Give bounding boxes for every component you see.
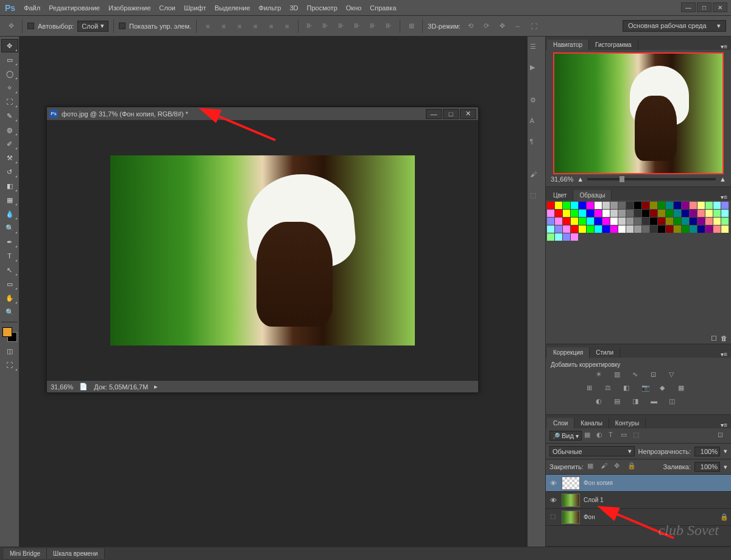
swatch[interactable] xyxy=(697,202,705,209)
swatch[interactable] xyxy=(697,210,705,217)
marquee-tool[interactable]: ▭ xyxy=(1,53,18,66)
swatch[interactable] xyxy=(697,225,705,233)
swatch[interactable] xyxy=(595,225,602,233)
brushes-icon[interactable]: 🖌 xyxy=(530,171,543,184)
swatch[interactable] xyxy=(595,210,602,217)
swatch[interactable] xyxy=(618,202,626,209)
swatch[interactable] xyxy=(674,202,681,209)
swatch[interactable] xyxy=(690,225,697,233)
swatch[interactable] xyxy=(555,225,562,233)
menu-layers[interactable]: Слои xyxy=(159,4,175,12)
swatch[interactable] xyxy=(682,202,689,209)
swatch[interactable] xyxy=(618,218,626,225)
layer-thumb[interactable] xyxy=(562,477,580,490)
path-select-tool[interactable]: ↖ xyxy=(1,263,18,277)
swatch[interactable] xyxy=(595,218,602,225)
filter-type-icon[interactable]: T xyxy=(609,431,618,441)
align-icon[interactable]: ≡ xyxy=(265,20,277,32)
history-icon[interactable]: ☰ xyxy=(530,43,543,56)
swatch[interactable] xyxy=(555,202,562,209)
lock-pixels-icon[interactable]: 🖌 xyxy=(601,462,610,472)
delete-swatch-icon[interactable]: 🗑 xyxy=(721,335,727,342)
auto-align-icon[interactable]: ⊞ xyxy=(405,20,417,32)
swatch[interactable] xyxy=(579,202,586,209)
swatch[interactable] xyxy=(642,225,649,233)
swatch[interactable] xyxy=(587,210,594,217)
filter-smart-icon[interactable]: ⬚ xyxy=(633,431,643,441)
swatch[interactable] xyxy=(642,218,649,225)
menu-3d[interactable]: 3D xyxy=(289,4,298,12)
swatch[interactable] xyxy=(658,210,665,217)
opacity-input[interactable]: 100% xyxy=(694,447,720,456)
filter-adj-icon[interactable]: ◐ xyxy=(596,431,606,441)
brightness-icon[interactable]: ☀ xyxy=(596,370,608,381)
swatch[interactable] xyxy=(634,210,641,217)
swatch[interactable] xyxy=(721,210,729,217)
3d-pan-icon[interactable]: ✥ xyxy=(496,20,508,32)
panel-menu-icon[interactable]: ▾≡ xyxy=(717,194,731,200)
swatch[interactable] xyxy=(650,225,657,233)
swatch[interactable] xyxy=(563,225,570,233)
distribute-icon[interactable]: ⊪ xyxy=(335,20,347,32)
document-canvas[interactable] xyxy=(47,121,478,380)
channel-mixer-icon[interactable]: ◆ xyxy=(660,384,672,395)
layer-thumb[interactable] xyxy=(562,511,580,524)
swatch[interactable] xyxy=(579,210,586,217)
zoom-tool[interactable]: 🔍 xyxy=(1,305,18,319)
swatch[interactable] xyxy=(563,218,570,225)
tab-navigator[interactable]: Навигатор xyxy=(547,40,589,50)
hue-icon[interactable]: ⊞ xyxy=(587,384,599,395)
pen-tool[interactable]: ✒ xyxy=(1,235,18,249)
3d-roll-icon[interactable]: ⟳ xyxy=(480,20,492,32)
menu-view[interactable]: Просмотр xyxy=(307,4,337,12)
filter-pixel-icon[interactable]: ▦ xyxy=(584,431,594,441)
menu-filter[interactable]: Фильтр xyxy=(259,4,281,12)
swatch[interactable] xyxy=(626,225,634,233)
workspace-dropdown[interactable]: Основная рабочая среда▾ xyxy=(623,20,726,32)
swatch[interactable] xyxy=(626,202,634,209)
swatch[interactable] xyxy=(634,202,641,209)
filter-shape-icon[interactable]: ▭ xyxy=(621,431,630,441)
doc-minimize[interactable]: — xyxy=(426,109,442,119)
lookup-icon[interactable]: ▦ xyxy=(678,384,690,395)
swatch[interactable] xyxy=(690,210,697,217)
3d-scale-icon[interactable]: ⛶ xyxy=(528,20,540,32)
layer-item[interactable]: 👁 Слой 1 xyxy=(546,492,731,509)
menu-type[interactable]: Шрифт xyxy=(184,4,206,12)
swatch[interactable] xyxy=(547,225,554,233)
clone-icon[interactable]: ⬚ xyxy=(530,191,543,205)
nav-zoom-slider[interactable] xyxy=(587,178,716,180)
3d-slide-icon[interactable]: ↔ xyxy=(512,20,524,32)
swatch[interactable] xyxy=(555,218,562,225)
layer-item[interactable]: 👁 Фон копия xyxy=(546,475,731,492)
gradient-map-icon[interactable]: ▬ xyxy=(651,397,663,408)
dodge-tool[interactable]: 🔍 xyxy=(1,221,18,235)
actions-icon[interactable]: ▶ xyxy=(530,63,543,77)
panel-menu-icon[interactable]: ▾≡ xyxy=(717,351,731,358)
swatch[interactable] xyxy=(682,218,689,225)
move-tool[interactable]: ✥ xyxy=(1,39,18,52)
screen-mode-tool[interactable]: ⛶ xyxy=(1,358,18,372)
hand-tool[interactable]: ✋ xyxy=(1,291,18,305)
swatch[interactable] xyxy=(555,233,562,241)
swatch[interactable] xyxy=(571,210,578,217)
quick-mask-tool[interactable]: ◫ xyxy=(1,344,18,358)
status-arrow[interactable]: ▸ xyxy=(154,383,158,391)
visibility-icon[interactable]: 👁 xyxy=(548,478,558,488)
blend-mode-dropdown[interactable]: Обычные▾ xyxy=(549,446,635,456)
navigator-preview[interactable] xyxy=(553,52,724,174)
vibrance-icon[interactable]: ▽ xyxy=(669,370,681,381)
tab-color[interactable]: Цвет xyxy=(547,190,573,200)
stamp-tool[interactable]: ⚒ xyxy=(1,151,18,165)
swatch[interactable] xyxy=(721,225,729,233)
nav-zoom-value[interactable]: 31,66% xyxy=(551,175,573,183)
swatch[interactable] xyxy=(713,210,721,217)
layer-name[interactable]: Фон xyxy=(584,514,595,520)
doc-close[interactable]: ✕ xyxy=(460,109,476,119)
levels-icon[interactable]: ▥ xyxy=(614,370,626,381)
gradient-tool[interactable]: ▦ xyxy=(1,193,18,207)
swatch[interactable] xyxy=(713,225,721,233)
visibility-icon[interactable]: ☐ xyxy=(548,512,558,522)
menu-select[interactable]: Выделение xyxy=(214,4,250,12)
swatch[interactable] xyxy=(618,210,626,217)
